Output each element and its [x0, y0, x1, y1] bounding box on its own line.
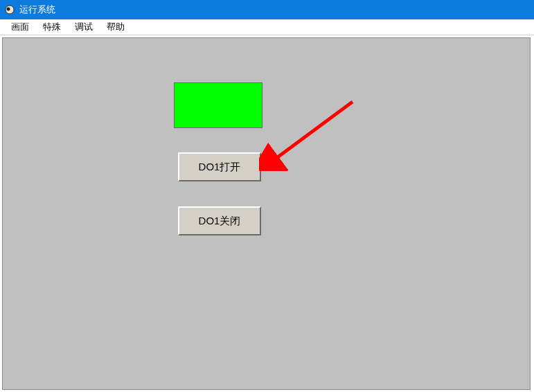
menu-item-debug[interactable]: 调试	[68, 19, 100, 35]
do1-close-button[interactable]: DO1关闭	[178, 206, 261, 235]
do1-close-label: DO1关闭	[199, 215, 241, 228]
annotation-arrow-icon	[259, 95, 370, 171]
do1-open-label: DO1打开	[199, 161, 241, 174]
menu-item-special[interactable]: 特殊	[36, 19, 68, 35]
svg-line-3	[273, 102, 353, 161]
content-area: DO1打开 DO1关闭	[2, 37, 531, 390]
menu-item-help[interactable]: 帮助	[100, 19, 132, 35]
menu-item-screen[interactable]: 画面	[4, 19, 36, 35]
menu-bar: 画面 特殊 调试 帮助	[0, 19, 534, 35]
app-icon	[4, 4, 15, 15]
title-bar: 运行系统	[0, 0, 534, 19]
do1-open-button[interactable]: DO1打开	[178, 152, 261, 181]
status-indicator	[174, 82, 262, 128]
window-title: 运行系统	[19, 3, 55, 16]
svg-point-1	[7, 8, 10, 11]
